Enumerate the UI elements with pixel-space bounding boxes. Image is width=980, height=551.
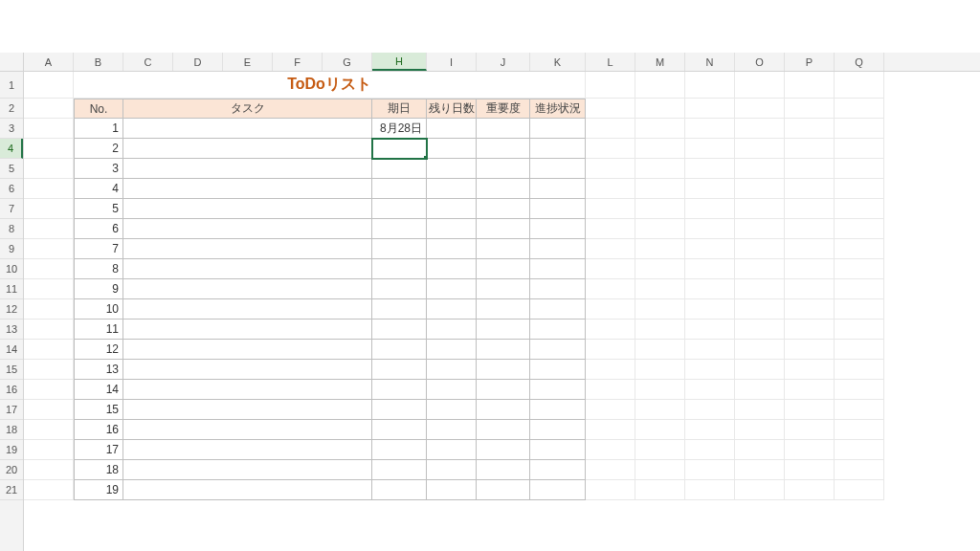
col-header-D[interactable]: D (173, 53, 223, 71)
cell-L7[interactable] (586, 199, 635, 219)
row-header-16[interactable]: 16 (0, 380, 23, 400)
col-header-K[interactable]: K (530, 53, 586, 71)
cell-O13[interactable] (735, 320, 785, 340)
cell-N21[interactable] (685, 480, 735, 500)
cell-due[interactable] (372, 139, 427, 159)
cell-progress[interactable] (530, 279, 586, 299)
cell-progress[interactable] (530, 400, 586, 420)
cell-task[interactable] (123, 380, 372, 400)
cell-A3[interactable] (24, 119, 74, 139)
cell-due[interactable] (372, 159, 427, 179)
cell-Q18[interactable] (835, 420, 884, 440)
cell-O12[interactable] (735, 299, 785, 320)
cell-task[interactable] (123, 239, 372, 259)
cell-no[interactable]: 11 (74, 320, 123, 340)
cell-Q19[interactable] (835, 440, 884, 460)
cell-P18[interactable] (785, 420, 835, 440)
cell-P16[interactable] (785, 380, 835, 400)
cell-L2[interactable] (586, 99, 635, 119)
cell-O11[interactable] (735, 279, 785, 299)
cell-due[interactable] (372, 460, 427, 480)
cell-days-left[interactable] (427, 420, 477, 440)
col-header-E[interactable]: E (223, 53, 273, 71)
cell-O17[interactable] (735, 400, 785, 420)
cell-no[interactable]: 9 (74, 279, 123, 299)
cell-no[interactable]: 17 (74, 440, 123, 460)
cell-task[interactable] (123, 299, 372, 320)
cell-due[interactable] (372, 199, 427, 219)
cell-importance[interactable] (477, 279, 530, 299)
cell-O10[interactable] (735, 259, 785, 279)
cell-L17[interactable] (586, 400, 635, 420)
row-header-19[interactable]: 19 (0, 440, 23, 460)
cell-Q5[interactable] (835, 159, 884, 179)
cell-importance[interactable] (477, 420, 530, 440)
cell-P19[interactable] (785, 440, 835, 460)
cell-M9[interactable] (635, 239, 685, 259)
row-header-13[interactable]: 13 (0, 320, 23, 340)
row-header-20[interactable]: 20 (0, 460, 23, 480)
cell-importance[interactable] (477, 440, 530, 460)
cell-P7[interactable] (785, 199, 835, 219)
cell-importance[interactable] (477, 299, 530, 320)
row-header-12[interactable]: 12 (0, 299, 23, 320)
cell-M12[interactable] (635, 299, 685, 320)
col-header-M[interactable]: M (635, 53, 685, 71)
table-header-progress[interactable]: 進捗状況 (530, 99, 586, 119)
cell-L12[interactable] (586, 299, 635, 320)
cell-due[interactable] (372, 320, 427, 340)
cell-A18[interactable] (24, 420, 74, 440)
cell-days-left[interactable] (427, 219, 477, 239)
cell-O7[interactable] (735, 199, 785, 219)
cell-M20[interactable] (635, 460, 685, 480)
cell-due[interactable] (372, 239, 427, 259)
cell-task[interactable] (123, 460, 372, 480)
table-header-importance[interactable]: 重要度 (477, 99, 530, 119)
cell-O21[interactable] (735, 480, 785, 500)
cell-no[interactable]: 15 (74, 400, 123, 420)
cell-P2[interactable] (785, 99, 835, 119)
cell-Q10[interactable] (835, 259, 884, 279)
cell-task[interactable] (123, 360, 372, 380)
cell-days-left[interactable] (427, 179, 477, 199)
cell-task[interactable] (123, 340, 372, 360)
cell-importance[interactable] (477, 380, 530, 400)
cell-N6[interactable] (685, 179, 735, 199)
cell-progress[interactable] (530, 460, 586, 480)
col-header-O[interactable]: O (735, 53, 785, 71)
cell-progress[interactable] (530, 340, 586, 360)
cell-importance[interactable] (477, 219, 530, 239)
cell-A4[interactable] (24, 139, 74, 159)
table-header-due[interactable]: 期日 (372, 99, 427, 119)
cell-days-left[interactable] (427, 259, 477, 279)
cell-M15[interactable] (635, 360, 685, 380)
cell-progress[interactable] (530, 139, 586, 159)
cell-A20[interactable] (24, 460, 74, 480)
row-header-4[interactable]: 4 (0, 139, 23, 159)
cell-importance[interactable] (477, 179, 530, 199)
row-header-11[interactable]: 11 (0, 279, 23, 299)
cell-N4[interactable] (685, 139, 735, 159)
cell-Q14[interactable] (835, 340, 884, 360)
cell-M2[interactable] (635, 99, 685, 119)
cell-O19[interactable] (735, 440, 785, 460)
cell-L6[interactable] (586, 179, 635, 199)
cell-importance[interactable] (477, 480, 530, 500)
col-header-F[interactable]: F (273, 53, 323, 71)
cell-O16[interactable] (735, 380, 785, 400)
cell-P11[interactable] (785, 279, 835, 299)
row-header-6[interactable]: 6 (0, 179, 23, 199)
cell-O15[interactable] (735, 360, 785, 380)
cell-M4[interactable] (635, 139, 685, 159)
cell-task[interactable] (123, 440, 372, 460)
cell-A14[interactable] (24, 340, 74, 360)
cell-M16[interactable] (635, 380, 685, 400)
cell-no[interactable]: 3 (74, 159, 123, 179)
cell-progress[interactable] (530, 239, 586, 259)
cell-P12[interactable] (785, 299, 835, 320)
cell-L20[interactable] (586, 460, 635, 480)
cell-task[interactable] (123, 179, 372, 199)
cell-L21[interactable] (586, 480, 635, 500)
cell-task[interactable] (123, 320, 372, 340)
cell-P20[interactable] (785, 460, 835, 480)
